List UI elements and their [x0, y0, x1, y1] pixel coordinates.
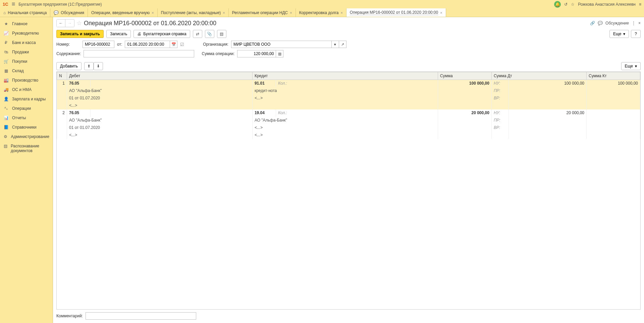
col-sumdt[interactable]: Сумма Дт [491, 72, 586, 80]
kt-sub2[interactable]: <...> [252, 124, 438, 132]
nu-kt[interactable]: 100 000,00 [587, 80, 640, 87]
table-row[interactable]: 01 от 01.07.2020<...>ВР: [57, 124, 640, 132]
dt-sub2[interactable]: 01 от 01.07.2020 [67, 95, 253, 102]
col-credit[interactable]: Кредит [252, 72, 438, 80]
col-debit[interactable]: Дебет [67, 72, 253, 80]
kt-sub1[interactable]: кредит-нота [252, 87, 438, 95]
tab-discuss[interactable]: 💬 Обсуждения [50, 8, 88, 17]
tab-item-1[interactable]: Поступление (акты, накладные)× [158, 8, 229, 17]
move-down-button[interactable]: ⬇ [94, 62, 103, 70]
star-icon[interactable]: ☆ [76, 19, 82, 27]
sidebar-item-13[interactable]: ▤Распознавание документов [0, 141, 53, 155]
table-row[interactable]: АО "Альфа-Банк"АО "Альфа-Банк"ПР: [57, 117, 640, 124]
history-icon[interactable]: ↺ [564, 2, 568, 7]
save-close-button[interactable]: Записать и закрыть [56, 30, 104, 38]
sidebar-item-10[interactable]: 📊Отчеты [0, 113, 53, 123]
help-button[interactable]: ? [631, 30, 641, 38]
sidebar-item-7[interactable]: 🚚ОС и НМА [0, 85, 53, 94]
sum-field[interactable] [237, 50, 276, 57]
sidebar-item-6[interactable]: 🏭Производство [0, 76, 53, 85]
close-icon[interactable]: × [440, 11, 442, 15]
sidebar-item-4[interactable]: 🛒Покупки [0, 57, 53, 66]
kt-sub1[interactable]: АО "Альфа-Банк" [252, 117, 438, 124]
col-sum[interactable]: Сумма [438, 72, 491, 80]
link-icon[interactable]: 🔗 [590, 21, 595, 26]
dt-sub2[interactable]: 01 от 01.07.2020 [67, 124, 253, 132]
vr-label: ВР: [494, 125, 506, 130]
table-row[interactable]: 176.0591.01Кол.:100 000,00НУ:100 000,001… [57, 80, 640, 87]
accounting-report-button[interactable]: 🖨 Бухгалтерская справка [133, 30, 190, 38]
dt-account[interactable]: 76.05 [67, 109, 91, 117]
number-field[interactable] [83, 41, 114, 48]
sidebar-item-12[interactable]: ⚙Администрирование [0, 132, 53, 141]
nu-dt[interactable]: 20 000,00 [508, 109, 586, 117]
sidebar-item-0[interactable]: ★Главное [0, 19, 53, 29]
kebab-icon[interactable]: ⋮ [632, 21, 636, 26]
sidebar-item-1[interactable]: 📈Руководителю [0, 29, 53, 38]
content-field[interactable] [84, 50, 194, 57]
more-button[interactable]: Еще ▾ [609, 30, 629, 38]
structure-icon[interactable]: ⇄ [193, 30, 202, 38]
kt-account[interactable]: 19.04 [252, 109, 276, 117]
close-icon[interactable]: × [223, 11, 225, 15]
sidebar-item-5[interactable]: ▦Склад [0, 66, 53, 76]
user-name[interactable]: Рожкова Анастасия Алексеевн [578, 2, 636, 7]
kt-sub3[interactable]: <...> [252, 132, 438, 139]
row-sum[interactable]: 100 000,00 [438, 80, 491, 87]
kt-sub3[interactable] [252, 102, 438, 109]
close-icon[interactable]: × [152, 11, 154, 15]
calendar-icon[interactable]: 📅 [170, 41, 177, 48]
back-button[interactable]: ← [57, 19, 65, 27]
nu-kt[interactable] [587, 109, 640, 117]
list-icon[interactable]: ▤ [217, 30, 226, 38]
comment-field[interactable] [86, 312, 196, 320]
dt-sub3[interactable]: <...> [67, 132, 253, 139]
table-row[interactable]: 01 от 01.07.2020<...>ВР: [57, 95, 640, 102]
calc-icon[interactable]: ▥ [276, 50, 283, 57]
row-sum[interactable]: 20 000,00 [438, 109, 491, 117]
sidebar-item-11[interactable]: 📘Справочники [0, 123, 53, 132]
dt-sub1[interactable]: АО "Альфа-Банк" [67, 117, 253, 124]
dt-sub1[interactable]: АО "Альфа-Банк" [67, 87, 253, 95]
tab-item-2[interactable]: Регламентные операции НДС× [229, 8, 296, 17]
sidebar-item-9[interactable]: ᴬₓОперации [0, 104, 53, 113]
kt-account[interactable]: 91.01 [252, 80, 276, 87]
attach-icon[interactable]: 📎 [205, 30, 214, 38]
col-sumkt[interactable]: Сумма Кт [587, 72, 640, 80]
org-field[interactable] [231, 41, 332, 48]
close-page-icon[interactable]: × [638, 21, 641, 26]
table-row[interactable]: 276.0519.04Кол.:20 000,00НУ:20 000,00 [57, 109, 640, 117]
table-more-button[interactable]: Еще ▾ [621, 62, 641, 70]
nu-dt[interactable]: 100 000,00 [508, 80, 586, 87]
table-row[interactable]: <...> [57, 102, 640, 109]
add-row-button[interactable]: Добавить [56, 62, 82, 70]
kt-sub2[interactable]: <...> [252, 95, 438, 102]
forward-button[interactable]: → [65, 19, 74, 27]
table-row[interactable]: <...><...> [57, 132, 640, 139]
notifications-icon[interactable]: 🔔 [554, 1, 561, 8]
open-icon[interactable]: ↗ [339, 41, 346, 48]
save-button[interactable]: Записать [106, 30, 131, 38]
post-icon[interactable]: ☑ [180, 42, 184, 47]
date-field[interactable] [125, 41, 170, 48]
tab-item-4[interactable]: Операция МР16-000002 от 01.06.2020 20:00… [346, 8, 446, 17]
sidebar-item-8[interactable]: 👤Зарплата и кадры [0, 94, 53, 104]
dt-sub3[interactable]: <...> [67, 102, 253, 109]
discuss-icon[interactable]: 💬 [598, 21, 603, 26]
close-icon[interactable]: × [340, 11, 342, 15]
sidebar-item-3[interactable]: 🛍Продажи [0, 47, 53, 57]
favorite-icon[interactable]: ☆ [571, 2, 575, 7]
dropdown-icon[interactable]: ▾ [332, 41, 339, 48]
menu-icon[interactable]: ≡ [12, 1, 15, 8]
menu-dropdown-icon[interactable]: ≡ [639, 2, 641, 7]
close-icon[interactable]: × [290, 11, 292, 15]
table-row[interactable]: АО "Альфа-Банк"кредит-нотаПР: [57, 87, 640, 95]
tab-item-3[interactable]: Корректировка долга× [296, 8, 346, 17]
tab-home[interactable]: ⌂ Начальная страница [0, 8, 50, 17]
tab-item-0[interactable]: Операции, введенные вручную× [88, 8, 158, 17]
move-up-button[interactable]: ⬆ [84, 62, 94, 70]
discuss-label[interactable]: Обсуждение [605, 21, 629, 26]
sidebar-item-2[interactable]: ₽Банк и касса [0, 38, 53, 47]
dt-account[interactable]: 76.05 [67, 80, 91, 87]
col-n[interactable]: N [57, 72, 67, 80]
